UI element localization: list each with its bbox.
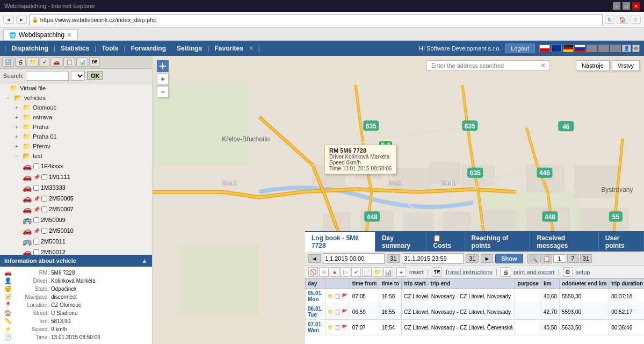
page-31[interactable]: 31: [580, 254, 592, 263]
vehicle-row-2M50012[interactable]: 🚗 2M50012: [20, 247, 152, 255]
url-input[interactable]: 🔒 https://www.webdispecink.cz/index_disp…: [29, 15, 603, 25]
tree-item-virtual-file[interactable]: 📁 Virtual file: [0, 83, 152, 93]
action-icon-6[interactable]: 📄: [362, 267, 372, 277]
nav-tools[interactable]: Tools: [96, 42, 124, 54]
minimize-button[interactable]: −: [613, 2, 620, 10]
vehicle-checkbox-2M50010[interactable]: [41, 228, 47, 234]
print-export-link[interactable]: print and export: [513, 269, 554, 275]
vehicle-row-2M50011[interactable]: 🚌 2M50011: [20, 236, 152, 247]
vehicle-checkbox-2M50012[interactable]: [33, 249, 39, 255]
vehicle-checkbox-1M33333[interactable]: [33, 185, 39, 191]
table-row[interactable]: 07.01.Wen 📁 📋 🚩 07:07 18:54 CZ Litove: [306, 320, 645, 335]
forward-button[interactable]: ►: [16, 16, 27, 24]
vehicle-checkbox-1E4[interactable]: [33, 163, 39, 169]
flag-sk[interactable]: [575, 45, 585, 52]
refresh-button[interactable]: ↻: [605, 16, 614, 24]
row-icon-folder-3[interactable]: 📁: [328, 325, 334, 330]
toolbar-btn-5[interactable]: 🚗: [50, 58, 62, 67]
zoom-in-button[interactable]: +: [157, 73, 169, 85]
row-icon-flag[interactable]: 🚩: [342, 293, 348, 299]
vehicle-row-1M1111[interactable]: 🚗 📌 1M1111: [20, 171, 152, 182]
row-icon-doc[interactable]: 📋: [335, 293, 341, 299]
flag-de[interactable]: [563, 45, 574, 52]
flag-pl[interactable]: [587, 45, 597, 52]
map-search-input[interactable]: [426, 60, 550, 71]
vehicle-checkbox-2M50005[interactable]: [41, 196, 47, 202]
tree-item-test[interactable]: − 📂 test: [13, 151, 152, 161]
row-icon-folder-2[interactable]: 📁: [328, 309, 334, 314]
show-button[interactable]: Show: [495, 254, 523, 263]
tools-button[interactable]: Nástroje: [576, 60, 610, 71]
date-to-input[interactable]: [402, 253, 464, 264]
vehicle-row-1E4[interactable]: 🚗 1E4xxxx: [20, 161, 152, 171]
row-icon-doc-2[interactable]: 📋: [335, 309, 341, 314]
flag-hu[interactable]: [598, 45, 609, 52]
table-row[interactable]: 05.01.Mon 📁 📋 🚩 07:05 16:58 CZ Litove: [306, 289, 645, 304]
toolbar-btn-1[interactable]: 🔙: [2, 58, 14, 67]
tree-item-prerov[interactable]: + 📁 Přerov: [13, 141, 152, 151]
nav-forwarding[interactable]: Forwarding: [126, 42, 171, 54]
flag-uk[interactable]: [551, 45, 562, 52]
setup-link[interactable]: setup: [576, 269, 590, 275]
tab-user-points[interactable]: User points: [599, 232, 644, 252]
date-prev-button[interactable]: ◄: [308, 254, 321, 263]
action-icon-8[interactable]: 📊: [383, 267, 393, 277]
tab-logbook[interactable]: Log book - 5M6 7728: [305, 232, 375, 252]
vehicle-row-2M50009[interactable]: 🚌 2M50009: [20, 214, 152, 225]
search-dropdown[interactable]: [71, 71, 85, 81]
maximize-button[interactable]: □: [623, 2, 630, 10]
tree-item-praha01[interactable]: + 📁 Praha 01: [13, 132, 152, 141]
tree-item-vehicles[interactable]: − 📂 vehicles: [0, 93, 152, 103]
settings-icon[interactable]: ⚙: [632, 45, 640, 52]
table-row[interactable]: 06.01.Tue 📁 📋 🚩 06:59 16:55 CZ Litove: [306, 304, 645, 320]
action-icon-4[interactable]: ▷: [341, 267, 350, 277]
insert-button[interactable]: +: [396, 267, 406, 277]
date-next-button[interactable]: ►: [481, 254, 493, 263]
vehicle-row-2M50010[interactable]: 🚗 📌 2M50010: [20, 225, 152, 236]
row-icon-folder[interactable]: 📁: [328, 293, 334, 299]
close-button[interactable]: ✕: [632, 2, 640, 10]
setup-icon[interactable]: ⚙: [563, 267, 573, 277]
logout-button[interactable]: Logout: [505, 44, 535, 53]
nav-favorites[interactable]: Favorites: [209, 42, 248, 54]
nav-settings[interactable]: Settings: [171, 42, 207, 54]
filter-icon[interactable]: 🔍: [527, 254, 539, 263]
vehicle-checkbox-2M50009[interactable]: [33, 217, 39, 223]
date-from-input[interactable]: [323, 253, 385, 264]
tree-item-ostrava[interactable]: + 📁 ostrava: [13, 112, 152, 122]
nav-dispatching[interactable]: Dispatching: [6, 42, 54, 54]
toolbar-btn-2[interactable]: 🖨: [15, 58, 26, 67]
browser-tab[interactable]: 🌐 Webdispatching ✕: [3, 29, 78, 40]
toolbar-btn-7[interactable]: 📊: [76, 58, 88, 67]
row-icon-flag-3[interactable]: 🚩: [342, 325, 348, 330]
user-icon[interactable]: 👤: [622, 45, 631, 52]
tab-received-messages[interactable]: Received messages: [530, 232, 598, 252]
tree-item-praha[interactable]: + 📁 Praha: [13, 122, 152, 132]
tree-item-olomouc[interactable]: + 📁 Olomouc: [13, 103, 152, 112]
toolbar-btn-6[interactable]: 📋: [63, 58, 75, 67]
search-ok-button[interactable]: OK: [87, 71, 104, 80]
action-icon-7[interactable]: 📁: [373, 267, 382, 277]
travel-instructions-link[interactable]: Travel instructions: [445, 269, 493, 275]
flag-fr[interactable]: [610, 45, 621, 52]
vehicle-row-2M50005[interactable]: 🚗 📌 2M50005: [20, 193, 152, 204]
search-input[interactable]: [26, 71, 69, 81]
vehicle-checkbox-2M50007[interactable]: [41, 206, 47, 212]
vehicle-checkbox-1M1111[interactable]: [41, 174, 47, 180]
tab-close-icon[interactable]: ✕: [67, 31, 72, 39]
back-button[interactable]: ◄: [3, 16, 14, 24]
collapse-icon[interactable]: ▲: [141, 257, 148, 264]
nav-statistics[interactable]: Statistics: [55, 42, 95, 54]
page-7[interactable]: 7: [567, 254, 579, 263]
vehicle-row-2M50007[interactable]: 🚗 📌 2M50007: [20, 204, 152, 214]
action-icon-1[interactable]: 🚫: [308, 267, 318, 277]
star-button[interactable]: ☆: [631, 16, 641, 24]
page-icon-2[interactable]: 📋: [540, 254, 552, 263]
toolbar-btn-4[interactable]: ✓: [40, 58, 49, 67]
map-search-clear-icon[interactable]: ✕: [540, 62, 546, 69]
vehicle-row-1M33333[interactable]: 🚗 1M33333: [20, 182, 152, 193]
action-icon-3[interactable]: 🔺: [330, 267, 339, 277]
tab-day-summary[interactable]: Day summary: [375, 232, 427, 252]
row-icon-doc-3[interactable]: 📋: [335, 325, 341, 330]
home-button[interactable]: 🏠: [617, 16, 628, 24]
